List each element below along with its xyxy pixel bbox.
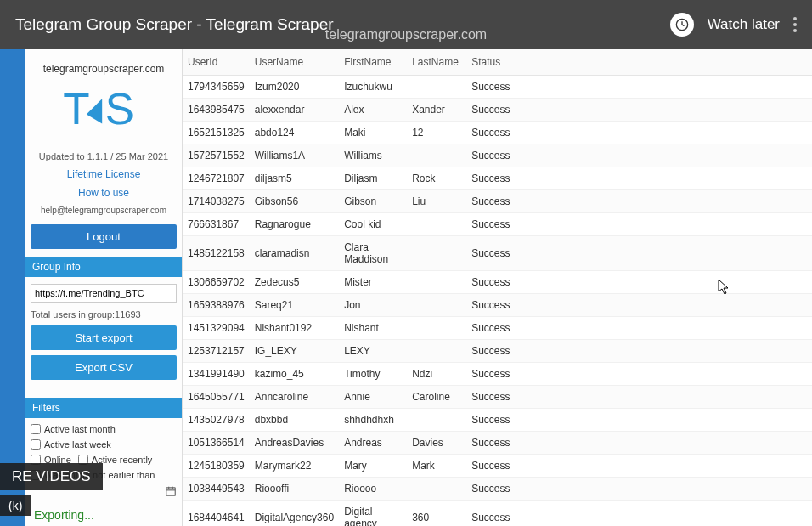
col-header-status[interactable]: Status	[466, 49, 517, 76]
cell: Success	[466, 432, 517, 455]
cell-spacer	[517, 167, 812, 190]
logout-button[interactable]: Logout	[31, 224, 177, 249]
cell	[407, 213, 466, 236]
cell-spacer	[517, 122, 812, 144]
cell: Timothy	[339, 363, 407, 386]
cell: claramadisn	[250, 236, 339, 271]
more-icon[interactable]	[793, 17, 797, 32]
cell: diljasm5	[250, 167, 339, 190]
cell-spacer	[517, 317, 812, 340]
calendar-icon[interactable]	[165, 485, 177, 499]
table-row[interactable]: 1714038275Gibson56GibsonLiuSuccess	[183, 190, 812, 213]
lifetime-license-link[interactable]: Lifetime License	[31, 165, 177, 184]
how-to-use-link[interactable]: How to use	[31, 184, 177, 202]
cell: 1051366514	[183, 432, 250, 455]
table-row[interactable]: 1038449543RioooffiRiooooSuccess	[183, 478, 812, 501]
window-edge	[0, 49, 25, 526]
cell-spacer	[517, 409, 812, 432]
cell: Nishant	[339, 317, 407, 340]
cell: 1572571552	[183, 144, 250, 167]
cell: Success	[466, 455, 517, 478]
table-row[interactable]: 1451329094Nishant0192NishantSuccess	[183, 317, 812, 340]
cell: LEXY	[339, 340, 407, 363]
cell: Andreas	[339, 432, 407, 455]
table-row[interactable]: 1253712157IG_LEXYLEXYSuccess	[183, 340, 812, 363]
filter-last-month-label: Active last month	[44, 424, 116, 434]
cell: Mister	[339, 271, 407, 294]
cell: Success	[466, 236, 517, 271]
cell	[407, 294, 466, 317]
filter-last-month-checkbox[interactable]	[31, 424, 41, 434]
cell: Sareq21	[250, 294, 339, 317]
filter-last-week-label: Active last week	[44, 439, 111, 450]
col-header-username[interactable]: UserName	[250, 49, 339, 76]
cell: Cool kid	[339, 213, 407, 236]
cell: Digital agency	[339, 501, 407, 527]
table-row[interactable]: 1435027978dbxbbdshhdhdhxhSuccess	[183, 409, 812, 432]
brand-url: telegramgroupscraper.com	[31, 56, 177, 78]
cell: shhdhdhxh	[339, 409, 407, 432]
cell: Mary	[339, 455, 407, 478]
start-export-button[interactable]: Start export	[31, 325, 177, 350]
export-csv-button[interactable]: Export CSV	[31, 355, 177, 380]
table-row[interactable]: 1659388976Sareq21JonSuccess	[183, 294, 812, 317]
cell-spacer	[517, 455, 812, 478]
watch-later-label[interactable]: Watch later	[708, 16, 780, 33]
cell: Success	[466, 271, 517, 294]
youtube-overlay-header: Telegram Group Scraper - Telegram Scrape…	[0, 0, 812, 49]
group-url-input[interactable]	[31, 284, 177, 303]
cell: 1794345659	[183, 76, 250, 99]
table-row[interactable]: 1794345659Izum2020IzuchukwuSuccess	[183, 76, 812, 99]
cell: 1253712157	[183, 340, 250, 363]
watch-later-icon[interactable]	[670, 13, 694, 37]
k-overlay: (k)	[0, 495, 31, 516]
cell: DigitalAgency360	[250, 501, 339, 527]
cell: 766631867	[183, 213, 250, 236]
col-header-lastname[interactable]: LastName	[407, 49, 466, 76]
cell: 1684404641	[183, 501, 250, 527]
svg-rect-3	[166, 488, 176, 495]
cell: IG_LEXY	[250, 340, 339, 363]
cell: Success	[466, 294, 517, 317]
table-row[interactable]: 1645055771AnncarolineAnnieCarolineSucces…	[183, 386, 812, 409]
cell: Success	[466, 340, 517, 363]
table-row[interactable]: 1643985475alexxendarAlexXanderSuccess	[183, 99, 812, 122]
cell: Rock	[407, 167, 466, 190]
table-row[interactable]: 1245180359Marymark22MaryMarkSuccess	[183, 455, 812, 478]
table-row[interactable]: 1341991490kazimo_45TimothyNdziSuccess	[183, 363, 812, 386]
cell	[407, 340, 466, 363]
cell: Maki	[339, 122, 407, 144]
cell: Jon	[339, 294, 407, 317]
cell-spacer	[517, 190, 812, 213]
cell: Success	[466, 363, 517, 386]
cell: Rioooffi	[250, 478, 339, 501]
cell-spacer	[517, 236, 812, 271]
table-row[interactable]: 1485122158claramadisnClara MaddisonSucce…	[183, 236, 812, 271]
col-header-firstname[interactable]: FirstName	[339, 49, 407, 76]
col-header-userid[interactable]: UserId	[183, 49, 250, 76]
cell: Izum2020	[250, 76, 339, 99]
cell-spacer	[517, 501, 812, 527]
filter-last-week-checkbox[interactable]	[31, 439, 41, 450]
table-row[interactable]: 1572571552Williams1AWilliamsSuccess	[183, 144, 812, 167]
cell: Success	[466, 409, 517, 432]
table-row[interactable]: 1684404641DigitalAgency360Digital agency…	[183, 501, 812, 527]
users-table: UserIdUserNameFirstNameLastNameStatus 17…	[183, 49, 812, 526]
exporting-status: Exporting...	[31, 501, 177, 526]
table-row[interactable]: 1051366514AndreasDaviesAndreasDaviesSucc…	[183, 432, 812, 455]
table-row[interactable]: 1652151325abdo124Maki12Success	[183, 122, 812, 144]
table-row[interactable]: 766631867RagnarogueCool kidSuccess	[183, 213, 812, 236]
cell: Success	[466, 386, 517, 409]
cell: 1645055771	[183, 386, 250, 409]
cell: 1485122158	[183, 236, 250, 271]
svg-text:T: T	[63, 85, 89, 133]
filters-header: Filters	[25, 398, 182, 418]
table-row[interactable]: 1246721807diljasm5DiljasmRockSuccess	[183, 167, 812, 190]
cell: 12	[407, 122, 466, 144]
cell: Success	[466, 99, 517, 122]
table-row[interactable]: 1306659702Zedecus5MisterSuccess	[183, 271, 812, 294]
cell-spacer	[517, 363, 812, 386]
cell: 1341991490	[183, 363, 250, 386]
total-users-label: Total users in group:11693	[31, 306, 177, 323]
cell	[407, 76, 466, 99]
